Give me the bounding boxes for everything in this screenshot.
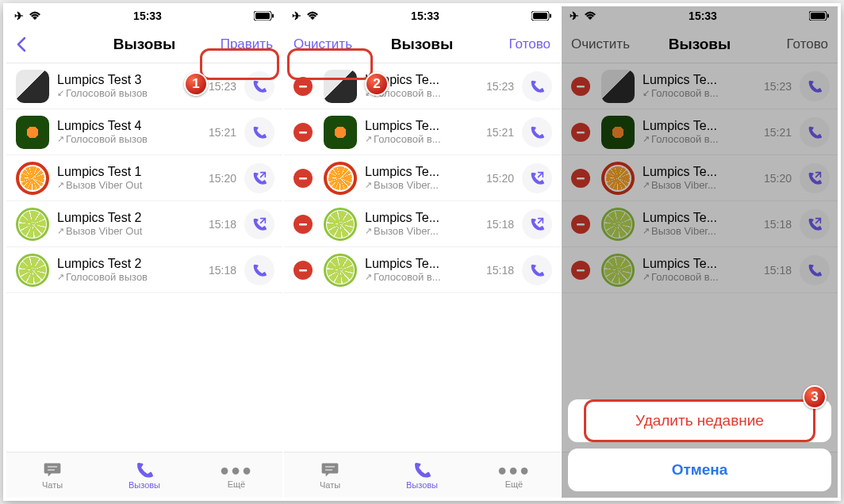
tab-bar: Чаты Вызовы ●●● Ещё [284, 452, 560, 498]
svg-rect-1 [255, 13, 270, 19]
tab-calls[interactable]: Вызовы [376, 452, 468, 498]
tab-chats[interactable]: Чаты [6, 452, 98, 498]
call-row[interactable]: Lumpics Te...↗ Голосовой в...15:18 [284, 247, 560, 293]
call-time: 15:18 [209, 264, 236, 277]
call-row[interactable]: Lumpics Te...↗ Вызов Viber...15:20 [284, 155, 560, 201]
call-button[interactable] [244, 209, 274, 239]
call-list[interactable]: Lumpics Te...↙ Голосовой в...15:23Lumpic… [284, 63, 560, 452]
remove-icon[interactable] [571, 77, 590, 96]
avatar [324, 254, 357, 287]
airplane-icon: ✈︎ [570, 10, 579, 22]
remove-icon[interactable] [571, 123, 590, 142]
call-button[interactable] [800, 163, 830, 193]
svg-rect-7 [299, 132, 307, 134]
tab-more[interactable]: ●●● Ещё [468, 452, 560, 498]
svg-rect-6 [299, 86, 307, 88]
remove-icon[interactable] [571, 215, 590, 234]
contact-info: Lumpics Test 3↙ Голосовой вызов [57, 73, 201, 99]
call-row[interactable]: Lumpics Te...↗ Вызов Viber...15:20 [562, 155, 838, 201]
contact-name: Lumpics Te... [643, 165, 756, 179]
call-time: 15:20 [764, 172, 792, 185]
call-row[interactable]: Lumpics Test 1↗ Вызов Viber Out15:20 [6, 155, 282, 201]
call-button[interactable] [244, 117, 274, 147]
call-button[interactable] [800, 209, 830, 239]
chat-icon [320, 461, 340, 479]
tab-calls[interactable]: Вызовы [98, 452, 190, 498]
avatar [324, 208, 357, 241]
call-row[interactable]: Lumpics Te...↗ Голосовой в...15:18 [562, 247, 838, 293]
call-row[interactable]: Lumpics Te...↗ Вызов Viber...15:18 [562, 201, 838, 247]
contact-info: Lumpics Test 4↗ Голосовой вызов [57, 119, 201, 145]
phone-icon [136, 461, 153, 479]
contact-info: Lumpics Test 2↗ Голосовой вызов [57, 257, 201, 283]
cancel-button[interactable]: Отмена [568, 449, 831, 491]
contact-info: Lumpics Te...↗ Голосовой в... [365, 119, 478, 145]
remove-icon[interactable] [571, 169, 590, 188]
call-time: 15:18 [764, 264, 792, 277]
done-button[interactable]: Готово [758, 36, 828, 52]
call-time: 15:18 [486, 218, 514, 231]
status-time: 15:33 [411, 10, 439, 22]
avatar [601, 70, 635, 103]
call-button[interactable] [522, 117, 552, 147]
call-button[interactable] [522, 71, 552, 101]
call-time: 15:21 [209, 126, 236, 139]
contact-info: Lumpics Te...↗ Голосовой в... [643, 257, 756, 283]
call-button[interactable] [244, 255, 274, 285]
contact-name: Lumpics Te... [365, 119, 478, 133]
svg-rect-9 [299, 223, 307, 226]
call-button[interactable] [244, 71, 274, 101]
call-time: 15:23 [209, 80, 236, 93]
delete-recents-button[interactable]: Удалить недавние [568, 399, 831, 442]
contact-info: Lumpics Te...↗ Голосовой в... [643, 119, 756, 145]
tab-label: Вызовы [129, 480, 160, 490]
done-button[interactable]: Готово [481, 36, 551, 52]
call-button[interactable] [244, 163, 274, 193]
call-time: 15:18 [486, 264, 514, 277]
wifi-icon [306, 11, 319, 21]
tab-label: Чаты [320, 480, 340, 490]
call-list: Lumpics Te...↙ Голосовой в...15:23Lumpic… [562, 63, 838, 452]
call-row[interactable]: Lumpics Test 3↙ Голосовой вызов15:23 [6, 63, 282, 109]
call-button[interactable] [522, 163, 552, 193]
call-row[interactable]: Lumpics Te...↗ Голосовой в...15:21 [284, 109, 560, 155]
call-row[interactable]: Lumpics Test 2↗ Вызов Viber Out15:18 [6, 201, 282, 247]
contact-name: Lumpics Te... [365, 211, 478, 225]
call-row[interactable]: Lumpics Test 4↗ Голосовой вызов15:21 [6, 109, 282, 155]
call-row[interactable]: Lumpics Test 2↗ Голосовой вызов15:18 [6, 247, 282, 293]
avatar [16, 116, 49, 149]
remove-icon[interactable] [571, 261, 590, 280]
remove-icon[interactable] [293, 169, 313, 188]
call-button[interactable] [800, 255, 830, 285]
svg-rect-10 [299, 269, 307, 272]
avatar [16, 208, 49, 241]
tab-chats[interactable]: Чаты [284, 452, 376, 498]
clear-button[interactable]: Очистить [571, 36, 641, 52]
call-button[interactable] [800, 117, 830, 147]
remove-icon[interactable] [293, 77, 313, 96]
call-button[interactable] [522, 255, 552, 285]
call-row[interactable]: Lumpics Te...↗ Голосовой в...15:21 [562, 109, 838, 155]
remove-icon[interactable] [293, 123, 313, 142]
contact-name: Lumpics Te... [643, 257, 756, 271]
edit-button[interactable]: Править [203, 36, 273, 52]
call-type: ↗ Вызов Viber... [643, 225, 756, 237]
remove-icon[interactable] [293, 215, 313, 234]
tab-label: Ещё [228, 479, 246, 489]
call-time: 15:18 [764, 218, 792, 231]
tab-more[interactable]: ●●● Ещё [190, 452, 282, 498]
battery-icon [254, 11, 274, 21]
chevron-left-icon [16, 36, 29, 52]
back-button[interactable] [16, 36, 86, 52]
remove-icon[interactable] [293, 261, 313, 280]
phone-screen-1: ✈︎ 15:33 Вызовы Править Lumpics Test 3↙ … [6, 6, 282, 498]
call-row[interactable]: Lumpics Te...↗ Вызов Viber...15:18 [284, 201, 560, 247]
clear-button[interactable]: Очистить [293, 36, 363, 52]
call-row[interactable]: Lumpics Te...↙ Голосовой в...15:23 [562, 63, 838, 109]
step-badge-2: 2 [365, 72, 389, 96]
call-list[interactable]: Lumpics Test 3↙ Голосовой вызов15:23Lump… [6, 63, 282, 452]
contact-name: Lumpics Te... [643, 73, 756, 87]
call-button[interactable] [522, 209, 552, 239]
call-row[interactable]: Lumpics Te...↙ Голосовой в...15:23 [284, 63, 560, 109]
call-button[interactable] [800, 71, 830, 101]
